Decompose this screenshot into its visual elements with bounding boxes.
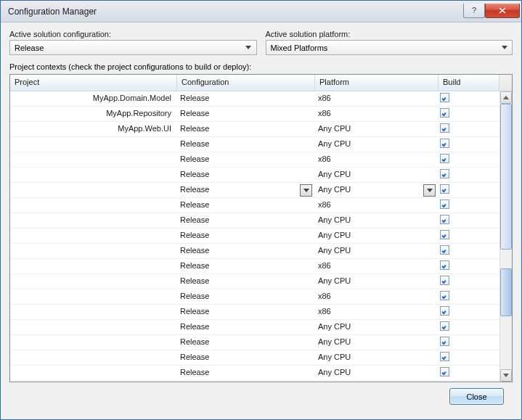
cell-config[interactable]: Release: [177, 289, 315, 304]
cell-config[interactable]: Release: [177, 274, 315, 289]
cell-config[interactable]: Release: [177, 335, 315, 350]
header-platform[interactable]: Platform: [315, 75, 439, 91]
build-checkbox[interactable]: [440, 321, 449, 331]
table-row[interactable]: ReleaseAny CPU: [10, 366, 499, 381]
table-row[interactable]: ReleaseAny CPU: [10, 168, 499, 183]
table-row[interactable]: ReleaseAny CPU: [10, 183, 499, 198]
build-checkbox[interactable]: [440, 108, 449, 118]
cell-platform[interactable]: Any CPU: [315, 168, 439, 182]
build-checkbox[interactable]: [440, 93, 449, 102]
cell-platform[interactable]: Any CPU: [315, 320, 439, 334]
scroll-up-button[interactable]: [500, 91, 512, 104]
build-checkbox[interactable]: [440, 123, 449, 133]
cell-project: [10, 350, 177, 365]
build-checkbox[interactable]: [440, 154, 449, 163]
cell-platform[interactable]: Any CPU: [315, 274, 439, 289]
cell-config[interactable]: Release: [177, 107, 315, 121]
cell-platform[interactable]: Any CPU: [315, 335, 439, 350]
header-scroll-spacer: [499, 75, 512, 91]
cell-config[interactable]: Release: [177, 198, 315, 213]
table-row[interactable]: Releasex86: [10, 259, 499, 274]
cell-platform[interactable]: Any CPU: [315, 244, 439, 258]
build-checkbox[interactable]: [440, 245, 449, 255]
scroll-thumb[interactable]: [500, 104, 512, 250]
cell-dropdown-button[interactable]: [423, 184, 436, 197]
solution-platform-dropdown[interactable]: Mixed Platforms: [266, 40, 513, 55]
table-row[interactable]: Releasex86: [10, 152, 499, 168]
cell-platform[interactable]: x86: [315, 107, 439, 121]
close-window-button[interactable]: [485, 4, 520, 18]
header-project[interactable]: Project: [10, 75, 177, 91]
header-build[interactable]: Build: [439, 75, 499, 91]
build-checkbox[interactable]: [440, 139, 449, 148]
cell-platform[interactable]: x86: [315, 259, 439, 273]
build-checkbox[interactable]: [440, 169, 449, 178]
table-row[interactable]: MyApp.Domain.ModelReleasex86: [10, 91, 499, 107]
solution-config-dropdown[interactable]: Release: [9, 40, 257, 55]
cell-platform[interactable]: Any CPU: [315, 366, 439, 380]
solution-config-label: Active solution configuration:: [9, 30, 257, 38]
cell-config[interactable]: Release: [177, 213, 315, 228]
table-row[interactable]: ReleaseAny CPU: [10, 350, 499, 366]
build-checkbox[interactable]: [440, 337, 449, 346]
build-checkbox[interactable]: [440, 215, 449, 224]
cell-config[interactable]: Release: [177, 259, 315, 273]
table-row[interactable]: Releasex86: [10, 198, 499, 213]
cell-config[interactable]: Release: [177, 228, 315, 243]
scroll-down-button[interactable]: [500, 369, 512, 382]
cell-platform[interactable]: x86: [315, 198, 439, 213]
cell-platform[interactable]: Any CPU: [315, 350, 439, 365]
cell-config[interactable]: Release: [177, 183, 315, 197]
table-row[interactable]: Releasex86: [10, 305, 499, 320]
cell-build: [439, 259, 499, 273]
cell-config[interactable]: Release: [177, 244, 315, 258]
cell-config[interactable]: Release: [177, 320, 315, 334]
table-row[interactable]: ReleaseAny CPU: [10, 228, 499, 244]
scroll-track[interactable]: [500, 104, 512, 369]
cell-dropdown-button[interactable]: [300, 184, 312, 197]
build-checkbox[interactable]: [440, 352, 449, 361]
build-checkbox[interactable]: [440, 367, 449, 376]
build-checkbox[interactable]: [440, 260, 449, 270]
cell-platform[interactable]: Any CPU: [315, 137, 439, 152]
table-row[interactable]: MyApp.Web.UIReleaseAny CPU: [10, 122, 499, 137]
cell-config[interactable]: Release: [177, 152, 315, 167]
table-row[interactable]: ReleaseAny CPU: [10, 335, 499, 350]
table-row[interactable]: ReleaseAny CPU: [10, 274, 499, 289]
table-row[interactable]: Releasex86: [10, 289, 499, 305]
header-configuration[interactable]: Configuration: [177, 75, 315, 91]
build-checkbox[interactable]: [440, 276, 449, 285]
build-checkbox[interactable]: [440, 291, 449, 300]
cell-platform[interactable]: x86: [315, 289, 439, 304]
build-checkbox[interactable]: [440, 306, 449, 316]
cell-config[interactable]: Release: [177, 305, 315, 319]
cell-config[interactable]: Release: [177, 350, 315, 365]
build-checkbox[interactable]: [440, 184, 449, 194]
table-row[interactable]: ReleaseAny CPU: [10, 137, 499, 152]
cell-platform[interactable]: x86: [315, 152, 439, 167]
cell-platform[interactable]: Any CPU: [315, 213, 439, 228]
cell-build: [439, 274, 499, 289]
cell-platform[interactable]: Any CPU: [315, 228, 439, 243]
cell-config[interactable]: Release: [177, 122, 315, 136]
help-button[interactable]: ?: [463, 4, 485, 18]
table-row[interactable]: ReleaseAny CPU: [10, 320, 499, 335]
build-checkbox[interactable]: [440, 230, 449, 239]
table-row[interactable]: ReleaseAny CPU: [10, 213, 499, 228]
cell-config[interactable]: Release: [177, 168, 315, 182]
cell-platform[interactable]: x86: [315, 91, 439, 106]
cell-build: [439, 198, 499, 213]
cell-config[interactable]: Release: [177, 91, 315, 106]
scroll-thumb-secondary[interactable]: [500, 268, 512, 316]
table-row[interactable]: MyApp.RepositoryReleasex86: [10, 107, 499, 122]
cell-config[interactable]: Release: [177, 366, 315, 380]
table-row[interactable]: ReleaseAny CPU: [10, 244, 499, 259]
build-checkbox[interactable]: [440, 199, 449, 209]
cell-platform[interactable]: Any CPU: [315, 183, 439, 197]
combo-row: Active solution configuration: Release A…: [9, 30, 513, 55]
cell-platform[interactable]: Any CPU: [315, 122, 439, 136]
vertical-scrollbar[interactable]: [499, 91, 512, 382]
close-button[interactable]: Close: [449, 388, 504, 405]
cell-platform[interactable]: x86: [315, 305, 439, 319]
cell-config[interactable]: Release: [177, 137, 315, 152]
